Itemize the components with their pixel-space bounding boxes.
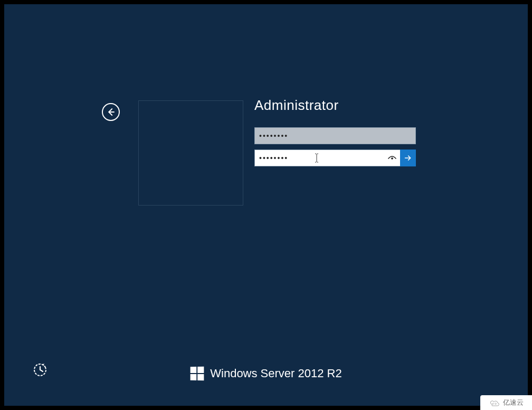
brand-edition: R2 (327, 367, 342, 380)
watermark: 亿速云 (480, 395, 532, 410)
password-field-wrapper-1 (254, 127, 416, 144)
submit-button[interactable] (400, 150, 416, 166)
reveal-password-button[interactable] (384, 150, 400, 166)
login-screen: Administrator (4, 4, 528, 406)
svg-point-5 (495, 403, 496, 405)
windows-logo-icon (191, 367, 204, 380)
username-label: Administrator (254, 97, 416, 114)
svg-point-1 (391, 157, 393, 160)
product-name: Windows Server 2012 R2 (210, 367, 341, 380)
brand-year: 2012 (298, 367, 324, 380)
password-input[interactable] (254, 127, 416, 144)
branding: Windows Server 2012 R2 (190, 367, 341, 380)
brand-product: Windows Server (210, 367, 294, 380)
arrow-left-icon (106, 107, 116, 117)
password-field-wrapper-2 (254, 150, 416, 166)
svg-point-4 (492, 403, 493, 404)
ease-of-access-button[interactable] (33, 362, 48, 377)
arrow-right-icon (404, 154, 412, 162)
ease-of-access-icon (33, 362, 48, 377)
cloud-icon (489, 398, 501, 407)
user-avatar (138, 100, 243, 206)
password-confirm-input[interactable] (254, 150, 384, 166)
eye-icon (387, 155, 397, 161)
login-form: Administrator (254, 97, 416, 172)
back-button[interactable] (102, 103, 120, 121)
watermark-text: 亿速云 (503, 398, 524, 407)
